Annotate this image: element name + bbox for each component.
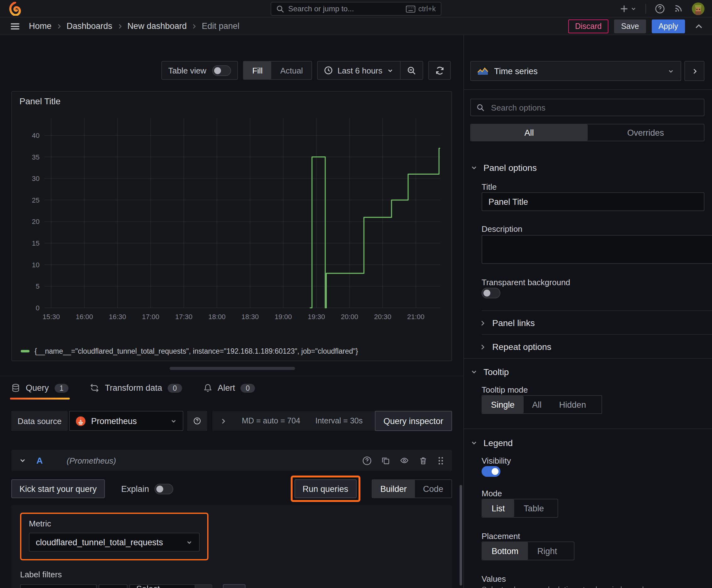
fill-actual-segmented: Fill Actual <box>243 61 312 80</box>
metric-select[interactable]: cloudflared_tunnel_total_requests <box>29 533 200 551</box>
legend-mode-table[interactable]: Table <box>514 499 554 517</box>
breadcrumb-new-dashboard[interactable]: New dashboard <box>127 21 187 31</box>
x-tick-label: 18:00 <box>209 313 226 321</box>
legend-placement-bottom[interactable]: Bottom <box>482 542 528 560</box>
user-avatar[interactable] <box>692 2 705 15</box>
menu-icon[interactable] <box>10 21 20 31</box>
filter-tab-overrides[interactable]: Overrides <box>587 124 704 141</box>
chart-svg: 051015202530354015:3016:0016:3017:0017:3… <box>18 110 444 328</box>
query-options-bar[interactable]: MD = auto = 704 Interval = 30s Query ins… <box>212 411 452 431</box>
delete-query-trash-icon[interactable] <box>419 456 428 465</box>
discard-button[interactable]: Discard <box>568 19 609 33</box>
zoom-out-button[interactable] <box>400 62 423 79</box>
save-button[interactable]: Save <box>614 19 646 33</box>
legend-visibility-toggle[interactable] <box>481 466 500 477</box>
legend-placement-right[interactable]: Right <box>528 542 567 560</box>
code-option[interactable]: Code <box>415 480 451 498</box>
splitter-drag-handle[interactable] <box>170 367 295 370</box>
chevron-down-icon <box>470 164 478 171</box>
search-icon <box>276 5 284 13</box>
transparent-background-label: Transparent background <box>481 278 705 287</box>
refresh-button[interactable] <box>428 61 451 80</box>
tooltip-mode-all[interactable]: All <box>523 396 550 413</box>
chevron-right-icon <box>479 343 486 350</box>
toggle-viz-picker-button[interactable] <box>684 61 705 81</box>
query-inspector-button[interactable]: Query inspector <box>374 411 452 431</box>
options-search-input[interactable] <box>490 102 698 113</box>
run-queries-button[interactable]: Run queries <box>295 479 357 498</box>
label-filters-label: Label filters <box>20 570 443 579</box>
panel-title-input[interactable] <box>481 192 705 211</box>
query-pane-scrollbar[interactable] <box>459 485 462 586</box>
actual-option[interactable]: Actual <box>272 62 312 79</box>
sidebar-divider <box>481 310 712 311</box>
apply-button[interactable]: Apply <box>651 19 685 33</box>
explain-toggle[interactable] <box>155 483 174 494</box>
y-tick-label: 5 <box>36 282 40 290</box>
builder-option[interactable]: Builder <box>372 480 415 498</box>
metric-label: Metric <box>29 519 200 528</box>
title-field-label: Title <box>481 182 705 192</box>
breadcrumb-home[interactable]: Home <box>29 21 51 31</box>
panel-options-section-header[interactable]: Panel options <box>470 163 705 173</box>
legend-series-label[interactable]: {__name__="cloudflared_tunnel_total_requ… <box>35 348 358 355</box>
tooltip-section-header[interactable]: Tooltip <box>470 367 705 377</box>
tab-alert[interactable]: Alert 0 <box>203 376 255 400</box>
chevron-right-icon <box>56 23 62 29</box>
tab-transform-data[interactable]: Transform data 0 <box>90 376 182 400</box>
datasource-picker[interactable]: Prometheus <box>69 411 184 431</box>
description-field-label: Description <box>481 224 705 234</box>
fill-option[interactable]: Fill <box>243 62 271 79</box>
panel-links-section[interactable]: Panel links <box>470 318 705 328</box>
chevron-right-icon <box>191 23 197 29</box>
x-tick-label: 21:00 <box>407 313 425 321</box>
toggle-visibility-eye-icon[interactable] <box>399 456 409 465</box>
tab-query[interactable]: Query 1 <box>11 376 68 400</box>
options-search-box[interactable] <box>470 99 705 116</box>
legend-series-marker[interactable] <box>21 350 29 352</box>
panel-title[interactable]: Panel Title <box>19 96 61 106</box>
label-filters-row: Select label = Select value <box>20 584 443 588</box>
sidebar-divider <box>464 89 712 90</box>
repeat-options-section[interactable]: Repeat options <box>470 342 705 352</box>
y-tick-label: 40 <box>32 132 40 140</box>
global-search-input[interactable]: Search or jump to... ctrl+k <box>271 2 441 16</box>
datasource-help-button[interactable] <box>187 411 207 431</box>
visualization-picker[interactable]: Time series <box>470 61 681 81</box>
operator-dropdown[interactable]: = <box>99 584 127 588</box>
transparent-background-toggle[interactable] <box>481 288 500 298</box>
visualization-row: Time series <box>470 61 705 81</box>
legend-mode-list[interactable]: List <box>482 499 514 517</box>
add-filter-button[interactable] <box>223 584 245 588</box>
select-label-dropdown[interactable]: Select label <box>20 584 97 588</box>
chevron-down-icon[interactable] <box>19 457 26 464</box>
legend-visibility-label: Visibility <box>481 456 705 465</box>
tooltip-mode-single[interactable]: Single <box>482 396 523 413</box>
y-tick-label: 30 <box>32 175 40 183</box>
news-rss-icon[interactable] <box>674 4 683 13</box>
legend-section-header[interactable]: Legend <box>470 438 705 448</box>
panel-description-textarea[interactable] <box>481 235 712 264</box>
remove-filter-button[interactable] <box>195 584 212 588</box>
query-row-header[interactable]: A (Prometheus) <box>11 450 452 471</box>
interval-stat: Interval = 30s <box>315 417 363 425</box>
table-view-toggle[interactable] <box>212 65 231 76</box>
tooltip-heading: Tooltip <box>483 367 509 377</box>
select-value-dropdown[interactable]: Select value <box>129 584 195 588</box>
duplicate-query-icon[interactable] <box>381 456 390 465</box>
time-range-label: Last 6 hours <box>338 66 382 75</box>
query-ref-id[interactable]: A <box>37 456 43 465</box>
kick-start-query-button[interactable]: Kick start your query <box>11 479 105 498</box>
prometheus-icon <box>75 416 86 426</box>
filter-tab-all[interactable]: All <box>471 124 587 141</box>
tooltip-mode-hidden[interactable]: Hidden <box>550 396 595 413</box>
chevron-up-icon[interactable] <box>694 22 703 30</box>
query-help-icon[interactable] <box>362 456 372 465</box>
drag-handle-icon[interactable] <box>437 456 445 465</box>
help-icon[interactable] <box>655 3 665 14</box>
series-line <box>310 148 440 308</box>
add-new-button[interactable] <box>620 4 637 13</box>
grafana-logo[interactable] <box>7 2 21 15</box>
time-range-picker[interactable]: Last 6 hours <box>318 66 400 75</box>
breadcrumb-dashboards[interactable]: Dashboards <box>67 21 112 31</box>
